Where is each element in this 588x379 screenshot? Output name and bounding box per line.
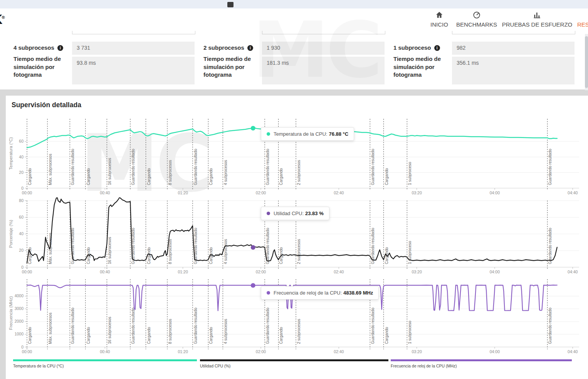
- x-tick-label: 02:00: [256, 190, 266, 195]
- info-icon[interactable]: i: [57, 45, 63, 51]
- legend-color-bar: [391, 359, 572, 361]
- x-tick-label: 04:40: [568, 190, 578, 195]
- phase-label: 1 subproceso: [408, 162, 412, 185]
- phase-label: Guardando resultado: [71, 308, 75, 344]
- legend-item-utilization[interactable]: Utilidad CPU (%): [200, 359, 388, 368]
- time-value: 93.8 ms: [72, 57, 195, 84]
- page-background-gutter: [0, 89, 6, 379]
- phase-label: Cargando: [385, 327, 389, 344]
- x-tick-label: 02:40: [334, 190, 344, 195]
- phase-label: 4 subprocesos: [223, 239, 228, 264]
- clipped-box: [72, 31, 195, 34]
- tooltip-value: 23.83 %: [305, 211, 324, 216]
- x-tick-label: 03:20: [412, 190, 422, 195]
- phase-label: Guardando resultado: [193, 308, 198, 344]
- phase-label: Cargando: [86, 327, 91, 344]
- section-title: Supervisión detallada: [12, 101, 81, 109]
- nav-item-benchmarks[interactable]: BENCHMARKS: [456, 11, 497, 28]
- tooltip-series-dot: [267, 291, 270, 295]
- x-tick-label: 02:00: [256, 270, 266, 274]
- temperature-tooltip: Temperatura de la CPU: 76.88 °C: [261, 127, 354, 141]
- x-tick-label: 00:40: [100, 349, 110, 354]
- info-icon[interactable]: i: [434, 45, 440, 51]
- y-tick-label: 80: [19, 198, 24, 203]
- score-value: 982: [452, 42, 575, 55]
- tooltip-label: Frecuencia de reloj de la CPU:: [274, 290, 342, 296]
- phase-label: 2 subprocesos: [297, 160, 301, 185]
- legend-label: Temperatura de la CPU (°C): [13, 364, 197, 368]
- time-value: 356.1 ms: [452, 57, 575, 84]
- result-group-2-threads: 2 subprocesosi 1 930 Tiempo medio de sim…: [203, 31, 385, 89]
- phase-label: Máx. subprocesos: [48, 154, 52, 185]
- x-tick-label: 00:40: [100, 190, 110, 195]
- time-label: Tiempo medio de simulación por fotograma: [393, 55, 451, 79]
- phase-label: Guardando resultado: [371, 308, 375, 344]
- legend-label: Utilidad CPU (%): [200, 364, 388, 368]
- phase-label: Cargando: [28, 327, 32, 344]
- scrollbar-thumb[interactable]: [585, 36, 588, 88]
- x-tick-label: 03:20: [412, 270, 422, 274]
- tooltip-series-dot: [267, 212, 270, 215]
- phase-label: 8 subprocesos: [168, 319, 172, 344]
- phase-label: Máx. subprocesos: [48, 313, 52, 344]
- cpu-frequency-tooltip: Frecuencia de reloj de la CPU: 4838.69 M…: [261, 286, 379, 300]
- y-tick-label: 20: [19, 170, 24, 175]
- app-logo[interactable]: RK®: [0, 12, 15, 31]
- phase-label: Guardando resultado: [131, 308, 135, 344]
- phase-label: Cargando: [279, 327, 283, 344]
- phase-label: 16 subprocesos: [108, 158, 112, 185]
- logo-text: RK®: [0, 12, 5, 27]
- phase-label: Cargando: [86, 168, 91, 185]
- y-axis-title: Temperatura (°C): [8, 137, 13, 170]
- score-value: 3 731: [72, 42, 195, 55]
- phase-label: Cargando: [28, 168, 32, 185]
- x-tick-label: 04:40: [568, 349, 578, 354]
- x-tick-label: 01:20: [178, 349, 188, 354]
- x-tick-label: 00:00: [22, 190, 32, 195]
- nav-item-inicio[interactable]: INICIO: [430, 11, 448, 28]
- clipped-box: [452, 31, 575, 34]
- tooltip-label: Utilidad CPU:: [274, 211, 304, 216]
- tooltip-value: 4838.69 MHz: [343, 290, 373, 296]
- y-tick-label: 60: [19, 139, 24, 143]
- phase-label: 4 subprocesos: [223, 319, 228, 344]
- y-tick-label: 60: [19, 215, 24, 219]
- y-tick-label: 0: [21, 345, 24, 349]
- time-value: 181.3 ms: [262, 57, 385, 84]
- result-group-4-threads: 4 subprocesosi 3 731 Tiempo medio de sim…: [13, 31, 195, 89]
- tooltip-series-dot: [267, 132, 270, 136]
- nav-item-resultados[interactable]: RESULTADOS: [577, 11, 588, 28]
- nav-item-pruebas-de-esfuerzo[interactable]: PRUEBAS DE ESFUERZO: [502, 11, 573, 28]
- phase-label: 1 subproceso: [408, 321, 412, 344]
- x-tick-label: 02:00: [256, 349, 266, 354]
- phase-label: 16 subprocesos: [108, 317, 112, 344]
- score-label: 4 subprocesosi: [13, 42, 71, 54]
- x-tick-label: 00:00: [22, 270, 32, 274]
- phase-label: Guardando resultado: [548, 308, 552, 344]
- phase-label: Cargando: [385, 168, 389, 185]
- x-tick-label: 02:40: [334, 270, 344, 274]
- phase-label: Guardando resultado: [371, 149, 375, 185]
- legend-item-frequency[interactable]: Frecuencia de reloj de la CPU (MHz): [391, 359, 572, 368]
- phase-label: Cargando: [147, 327, 151, 344]
- info-icon[interactable]: i: [247, 45, 253, 51]
- phase-label: 2 subprocesos: [297, 239, 301, 264]
- x-tick-label: 04:00: [490, 190, 500, 195]
- home-icon: [435, 11, 444, 19]
- score-value: 1 930: [262, 42, 385, 55]
- nav-label: RESULTADOS: [577, 21, 588, 28]
- y-tick-label: 40: [19, 155, 24, 159]
- nav-label: INICIO: [430, 21, 448, 28]
- cpu-utilization-tooltip: Utilidad CPU: 23.83 %: [261, 207, 329, 220]
- y-tick-label: 4000: [15, 293, 24, 298]
- score-label: 2 subprocesosi: [203, 42, 261, 54]
- x-tick-label: 04:40: [568, 270, 578, 274]
- legend-color-bar: [13, 359, 197, 361]
- score-label: 1 subprocesoi: [393, 42, 451, 54]
- y-tick-label: 0: [21, 186, 24, 190]
- clipped-box: [262, 31, 385, 34]
- y-tick-label: 1000: [15, 332, 24, 336]
- x-tick-label: 03:20: [412, 349, 422, 354]
- legend-item-temperature[interactable]: Temperatura de la CPU (°C): [13, 359, 197, 368]
- dark-badge: [227, 2, 234, 7]
